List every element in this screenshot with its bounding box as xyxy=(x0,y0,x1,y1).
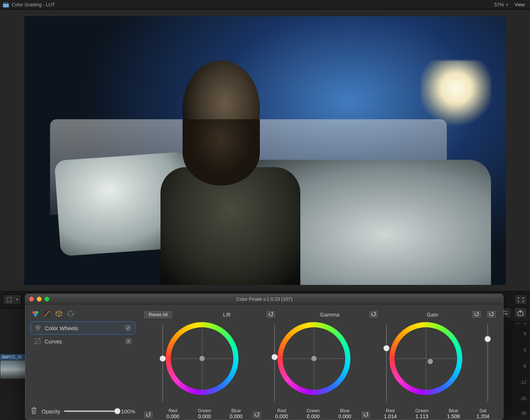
gain-green-value[interactable]: 1.113 xyxy=(406,413,438,419)
channel-label: Red xyxy=(157,408,189,413)
gamma-green-value[interactable]: 0.000 xyxy=(297,413,329,419)
svg-point-23 xyxy=(37,328,39,330)
opacity-label: Opacity xyxy=(42,408,60,414)
tools-sidebar: Color Wheels ✓ Curves ✓ Op xyxy=(25,304,139,420)
reset-gamma-values-button[interactable] xyxy=(252,410,262,419)
lift-block xyxy=(143,322,255,402)
lift-luma-slider[interactable] xyxy=(160,323,166,403)
gain-blue-value[interactable]: 1.508 xyxy=(438,413,469,419)
readouts-row: Red0.000 Green0.000 Blue0.000 Red0.000 G… xyxy=(143,403,497,419)
window-minimize-button[interactable] xyxy=(37,297,42,301)
gain-color-wheel[interactable] xyxy=(389,322,462,395)
reset-gain-button[interactable] xyxy=(471,310,482,319)
meter-tick: 0 xyxy=(524,347,526,353)
video-frame xyxy=(24,16,506,285)
channel-label: Blue xyxy=(438,408,469,413)
svg-point-22 xyxy=(38,326,40,328)
window-zoom-button[interactable] xyxy=(45,297,49,301)
tool-item-label: Curves xyxy=(45,338,62,345)
sat-label: Sat xyxy=(469,408,497,413)
lift-red-value[interactable]: 0.000 xyxy=(157,413,189,419)
window-title: Color Finale v.1.0.23 (107) xyxy=(236,296,293,302)
traffic-lights xyxy=(29,297,49,301)
reset-gain-values-button[interactable] xyxy=(361,410,371,419)
sat-slider[interactable] xyxy=(485,323,491,403)
gamma-red-value[interactable]: 0.000 xyxy=(266,413,297,419)
gamma-color-wheel[interactable] xyxy=(278,322,350,395)
trash-icon[interactable] xyxy=(31,407,38,415)
lift-color-wheel[interactable] xyxy=(166,322,239,395)
view-menu-button[interactable]: View xyxy=(512,2,527,7)
gamma-blue-value[interactable]: 0.000 xyxy=(329,413,361,419)
reset-sat-button[interactable] xyxy=(486,310,497,319)
mode-icon-row xyxy=(31,309,135,321)
svg-line-26 xyxy=(35,410,35,413)
channel-label: Green xyxy=(406,408,438,413)
group-label-gain: Gain xyxy=(427,311,438,318)
reset-lift-values-button[interactable] xyxy=(143,410,153,419)
reset-lift-button[interactable] xyxy=(266,310,276,319)
tool-item-checkbox[interactable]: ✓ xyxy=(126,338,131,344)
crop-dropdown-button[interactable]: ▼ xyxy=(13,294,21,305)
color-wheels-icon xyxy=(35,325,41,331)
audio-meter-scale: -∞ -∞ 6 0 -6 -12 -20 -30 xyxy=(506,321,530,417)
svg-rect-5 xyxy=(7,297,11,302)
window-close-button[interactable] xyxy=(29,297,34,301)
lift-blue-value[interactable]: 0.000 xyxy=(220,413,252,419)
wheels-mode-icon[interactable] xyxy=(31,310,39,318)
channel-label: Green xyxy=(297,408,329,413)
gamma-luma-slider[interactable] xyxy=(272,323,278,403)
svg-point-9 xyxy=(506,313,507,315)
svg-point-13 xyxy=(34,314,37,317)
svg-rect-0 xyxy=(3,4,9,7)
vectorscope-mode-icon[interactable] xyxy=(67,310,75,318)
group-label-lift: Lift xyxy=(223,311,230,318)
channel-label: Blue xyxy=(220,408,252,413)
svg-point-12 xyxy=(35,311,38,314)
zoom-value: 57% xyxy=(494,2,504,7)
lift-green-value[interactable]: 0.000 xyxy=(189,413,220,419)
viewer-top-bar: Color Grading - LUT 57% ▼ View xyxy=(0,0,530,10)
reset-gamma-button[interactable] xyxy=(368,310,379,319)
meter-tick: -20 xyxy=(520,396,526,401)
gamma-block xyxy=(255,322,367,402)
chevron-down-icon: ▼ xyxy=(505,3,509,7)
channel-label: Red xyxy=(375,408,406,413)
tool-item-label: Color Wheels xyxy=(45,325,78,331)
tool-item-color-wheels[interactable]: Color Wheels ✓ xyxy=(31,321,135,335)
gain-red-value[interactable]: 1.014 xyxy=(375,413,406,419)
curves-icon xyxy=(34,338,41,345)
opacity-value: 100% xyxy=(121,408,135,414)
sat-value[interactable]: 1.204 xyxy=(469,413,497,419)
channel-label: Red xyxy=(266,408,297,413)
app-root: Color Grading - LUT 57% ▼ View ▼ xyxy=(0,0,530,420)
window-titlebar[interactable]: Color Finale v.1.0.23 (107) xyxy=(25,294,503,304)
reset-all-button[interactable]: Reset All xyxy=(143,310,173,319)
cube-mode-icon[interactable] xyxy=(55,310,63,318)
viewer-title: Color Grading - LUT xyxy=(12,2,55,7)
share-button[interactable] xyxy=(514,307,527,318)
svg-rect-27 xyxy=(33,407,35,409)
channel-label: Blue xyxy=(329,408,361,413)
svg-point-20 xyxy=(68,314,69,315)
fullscreen-button[interactable] xyxy=(515,294,527,305)
tool-item-curves[interactable]: Curves ✓ xyxy=(31,335,135,348)
svg-point-19 xyxy=(72,314,73,315)
meter-top-values: -∞ -∞ xyxy=(515,321,528,325)
opacity-row: Opacity 100% xyxy=(31,403,135,415)
gain-block xyxy=(367,322,479,402)
curves-mode-icon[interactable] xyxy=(43,310,51,318)
zoom-dropdown[interactable]: 57% ▼ xyxy=(494,2,512,7)
opacity-slider[interactable] xyxy=(64,410,117,412)
wheel-header-row: Reset All Lift Gamma Gain xyxy=(143,309,497,320)
tool-item-checkbox[interactable]: ✓ xyxy=(125,325,131,331)
channel-label: Green xyxy=(189,408,220,413)
meter-tick: -30 xyxy=(520,411,526,416)
color-finale-window: Color Finale v.1.0.23 (107) xyxy=(25,294,504,420)
sat-block xyxy=(479,322,497,403)
meter-tick: 6 xyxy=(524,331,526,336)
meter-tick: -6 xyxy=(522,364,526,369)
meter-tick: -12 xyxy=(520,380,526,385)
viewer-canvas[interactable] xyxy=(0,10,530,291)
gain-luma-slider[interactable] xyxy=(384,323,389,403)
